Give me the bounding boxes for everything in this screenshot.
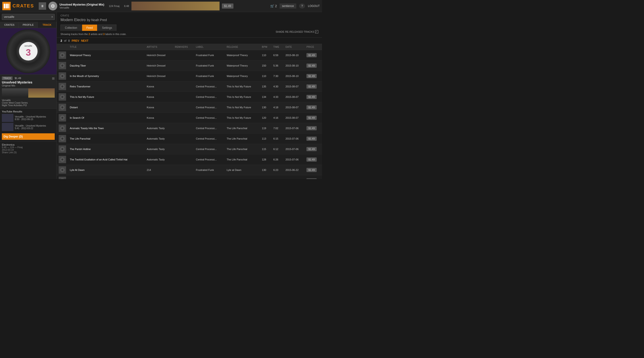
row-price-3[interactable]: $1.49 [304,82,322,92]
yt-meta-1: 6:50 · 2012-06-15 [15,118,46,120]
row-bpm-4: 134 [260,92,272,102]
track-add-icon[interactable]: ⊞ [52,76,55,80]
dig-deeper-button[interactable]: Dig Deeper (D) [2,133,55,140]
col-bpm[interactable]: BPM [260,44,272,50]
row-label-4: Central Processi... [194,92,225,102]
tab-feed[interactable]: Feed [82,24,97,31]
row-remixer-8 [173,134,194,144]
table-row[interactable]: Lyle At Dawn 214 Frustrated Funk Lyle at… [57,165,322,175]
row-remixer-10 [173,154,194,165]
table-row[interactable]: In Search Of Koova Central Processi... T… [57,113,322,123]
row-price-10[interactable]: $1.49 [304,154,322,165]
track-waveform-small[interactable] [2,88,55,98]
row-price-12[interactable]: $1.49 [304,175,322,179]
info-labels-label: labels [105,33,112,36]
row-price-9[interactable]: $1.49 [304,144,322,154]
row-bpm-2: 110 [260,71,272,82]
row-price-8[interactable]: $1.49 [304,134,322,144]
col-remixers[interactable]: REMIXERS [173,44,194,50]
row-label-10: Central Processi... [194,154,225,165]
yt-meta-2: 5:41 · 2012-03-22 [15,127,46,130]
shade-checkbox[interactable]: ✓ [315,30,318,34]
table-row[interactable]: Dazzling Tiber Heinrich Dressel Frustrat… [57,60,322,71]
sidebar-tab-track[interactable]: TRACK [38,22,56,28]
row-price-2[interactable]: $1.49 [304,71,322,82]
crate-label: CRATE [60,14,318,17]
row-title-8: The Life Parochial [68,134,145,144]
cart-icon[interactable]: 🛒 2 [270,4,277,8]
row-price-11[interactable]: $1.49 [304,165,322,175]
youtube-item-2[interactable]: Versalife - Unsolved Mysteries 5:41 · 20… [2,123,55,131]
row-label-3: Central Processi... [194,82,225,92]
tracks-tbody: Waterproof Theory Heinrich Dressel Frust… [57,50,322,179]
table-row[interactable]: The Twofold Exaltation of an Acid Called… [57,154,322,165]
track-badge: TRACK [2,76,12,80]
col-release[interactable]: RELEASE [225,44,260,50]
help-button[interactable]: ? [299,4,305,8]
row-price-7[interactable]: $1.49 [304,123,322,134]
user-button[interactable]: sentience [280,4,296,8]
table-row[interactable]: The Parish Hotline Automatic Tasty Centr… [57,144,322,154]
art-thumb-11 [59,166,66,174]
search-input[interactable] [2,14,55,20]
row-label-6: Central Processi... [194,113,225,123]
share-link[interactable]: Share Link (S) [2,151,55,154]
tab-settings[interactable]: Settings [98,24,116,31]
col-label[interactable]: LABEL [194,44,225,50]
col-date[interactable]: DATE [284,44,305,50]
tracks-table: TITLE ARTISTS REMIXERS LABEL RELEASE BPM… [57,44,322,179]
svg-rect-2 [8,4,9,8]
row-art-8 [57,134,68,144]
youtube-item-1[interactable]: Versalife - Unsolved Mysteries 6:50 · 20… [2,114,55,122]
row-date-0: 2015-08-10 [284,50,305,60]
prev-button[interactable]: PREV [72,39,79,42]
table-row[interactable]: Aromatic Toasty Hits the Town Automatic … [57,123,322,134]
search-bar: ✕ [0,12,56,22]
vinyl-disc: versalife 3 [6,29,50,73]
table-row[interactable]: This Is Not My Future Koova Central Proc… [57,92,322,102]
table-row[interactable]: Retro Transformer Koova Central Processi… [57,82,322,92]
col-time[interactable]: TIME [272,44,284,50]
shade-rereleased[interactable]: SHADE RE-RELEASED TRACKS ✓ [276,30,318,34]
svg-point-8 [62,54,63,56]
col-title[interactable]: TITLE [68,44,145,50]
table-row[interactable]: The Life Parochial Automatic Tasty Centr… [57,134,322,144]
row-release-1: Waterproof Theory [225,60,260,71]
tab-collection[interactable]: Collection [60,24,82,31]
row-price-5[interactable]: $1.49 [304,102,322,113]
table-row[interactable]: Ektes 214 Frustrated Funk Lyle at Dawn 1… [57,175,322,179]
row-price-1[interactable]: $1.49 [304,60,322,71]
row-bpm-3: 135 [260,82,272,92]
sidebar: ✕ CRATES PROFILE TRACK versalife 3 TRACK… [0,12,57,179]
sidebar-tab-profile[interactable]: PROFILE [19,22,38,28]
yt-title-1: Versalife - Unsolved Mysteries [15,116,46,118]
logout-button[interactable]: LOGOUT [308,4,320,8]
row-art-2 [57,71,68,82]
svg-point-23 [62,106,63,108]
search-clear-icon[interactable]: ✕ [51,15,53,18]
waveform-part1 [2,88,28,98]
row-price-6[interactable]: $1.49 [304,113,322,123]
col-artists[interactable]: ARTISTS [145,44,173,50]
table-row[interactable]: Waterproof Theory Heinrich Dressel Frust… [57,50,322,60]
waveform-display[interactable] [132,2,220,10]
page-total: 8 [68,39,70,42]
row-remixer-9 [173,144,194,154]
row-price-0[interactable]: $1.49 [304,50,322,60]
col-price[interactable]: PRICE [304,44,322,50]
sidebar-tab-crates[interactable]: CRATES [0,22,19,28]
row-bpm-10: 128 [260,154,272,165]
youtube-title: YouTube Results [2,110,55,113]
row-time-1: 5:36 [272,60,284,71]
table-row[interactable]: In the Mouth of Symmetry Heinrich Dresse… [57,71,322,82]
next-button[interactable]: NEXT [81,39,88,42]
row-label-7: Central Processi... [194,123,225,134]
track-section: TRACK $1.49 ⊞ Unsolved Mysteries Origina… [0,74,56,108]
row-price-4[interactable]: $1.49 [304,92,322,102]
art-thumb-2 [59,72,66,80]
table-row[interactable]: Distant Koova Central Processi... This I… [57,102,322,113]
track-artist-line: Versalife [2,99,55,102]
pause-button[interactable]: ⏸ [39,2,46,10]
row-art-0 [57,50,68,60]
row-time-5: 4:18 [272,102,284,113]
